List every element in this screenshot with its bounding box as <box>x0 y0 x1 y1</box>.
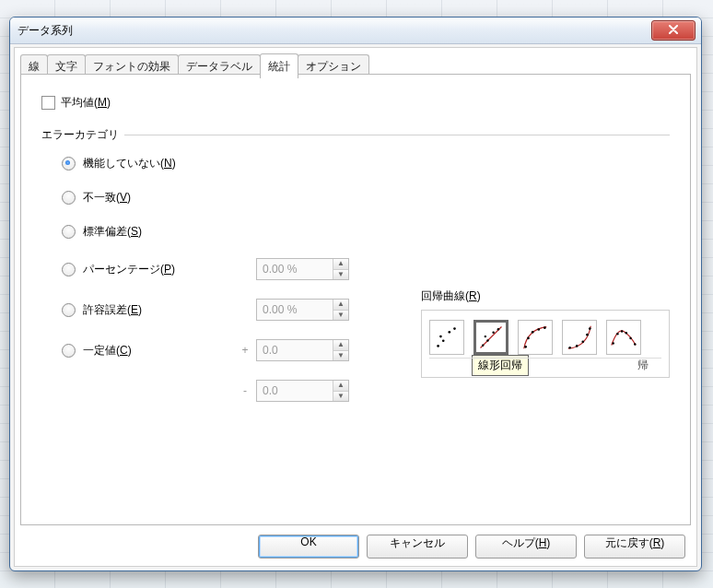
svg-point-3 <box>449 331 451 334</box>
mean-value-row: 平均値(M) <box>41 95 670 111</box>
svg-point-8 <box>485 335 486 337</box>
svg-point-9 <box>492 331 494 333</box>
regression-linear-icon <box>477 323 505 351</box>
error-category-heading: エラーカテゴリ <box>41 127 124 143</box>
spin-down-icon[interactable]: ▼ <box>333 392 348 402</box>
error-margin-input[interactable] <box>257 300 333 320</box>
svg-point-13 <box>532 331 534 334</box>
window-title: データ系列 <box>18 23 73 39</box>
row-stddev: 標準偏差(S) <box>62 224 670 240</box>
radio-stddev[interactable] <box>62 225 76 239</box>
close-button[interactable] <box>651 20 695 41</box>
radio-percentage[interactable] <box>62 263 76 276</box>
svg-point-25 <box>629 337 631 339</box>
radio-none[interactable] <box>62 157 76 171</box>
help-button[interactable]: ヘルプ(H) <box>475 535 577 559</box>
svg-point-21 <box>612 342 614 344</box>
radio-percentage-label: パーセンテージ(P) <box>83 262 240 277</box>
percentage-spinner[interactable]: ▲▼ <box>256 258 349 280</box>
spin-down-icon[interactable]: ▼ <box>333 311 348 321</box>
statistics-panel: 平均値(M) エラーカテゴリ 機能していない(N) 不一致(V) 標準偏差(S) <box>20 75 691 525</box>
reset-button[interactable]: 元に戻す(R) <box>584 535 685 559</box>
radio-error-margin-label: 許容誤差(E) <box>83 302 240 318</box>
row-percentage: パーセンテージ(P) ▲▼ <box>62 258 670 280</box>
svg-point-7 <box>486 339 488 341</box>
row-constant-minus: - ▲▼ <box>62 380 670 402</box>
regression-option-none[interactable] <box>429 320 464 355</box>
regression-option-exponential[interactable] <box>562 320 597 355</box>
svg-point-15 <box>544 326 546 329</box>
svg-point-14 <box>537 328 540 331</box>
constant-plus-input[interactable] <box>257 340 333 360</box>
ok-button[interactable]: OK <box>258 535 359 559</box>
spin-down-icon[interactable]: ▼ <box>333 270 348 280</box>
svg-point-23 <box>621 330 623 332</box>
tab-statistics[interactable]: 統計 <box>260 53 298 78</box>
svg-point-18 <box>581 340 584 343</box>
close-icon <box>668 25 679 34</box>
radio-variance-label: 不一致(V) <box>83 190 240 206</box>
row-variance: 不一致(V) <box>62 190 670 206</box>
svg-point-20 <box>589 327 591 330</box>
spin-up-icon[interactable]: ▲ <box>333 300 348 311</box>
constant-minus-spinner[interactable]: ▲▼ <box>256 380 349 402</box>
data-series-dialog: データ系列 線 文字 フォントの効果 データラベル 統計 オプション 平均値 <box>9 17 702 571</box>
svg-point-26 <box>634 343 636 345</box>
constant-plus-spinner[interactable]: ▲▼ <box>256 339 349 361</box>
svg-point-2 <box>439 335 442 338</box>
radio-none-label: 機能していない(N) <box>83 156 240 171</box>
mean-value-label: 平均値(M) <box>61 95 111 111</box>
regression-log-icon <box>520 323 550 352</box>
svg-point-6 <box>482 345 484 347</box>
regression-none-icon <box>432 323 462 352</box>
radio-variance[interactable] <box>62 191 76 205</box>
svg-point-24 <box>625 332 627 334</box>
regression-label: 回帰曲線(R) <box>421 288 670 304</box>
row-none: 機能していない(N) <box>62 156 670 171</box>
regression-power-icon <box>609 323 638 352</box>
regression-box: 線形回帰 帰 <box>421 310 670 378</box>
regression-exp-icon <box>565 323 594 352</box>
radio-error-margin[interactable] <box>62 303 76 317</box>
error-margin-spinner[interactable]: ▲▼ <box>256 299 349 321</box>
regression-option-logarithmic[interactable] <box>518 320 553 355</box>
svg-point-19 <box>586 334 589 336</box>
minus-sign: - <box>240 384 251 397</box>
spin-up-icon[interactable]: ▲ <box>333 259 348 270</box>
regression-caption: 帰 <box>637 358 649 373</box>
mean-value-checkbox[interactable] <box>41 96 55 110</box>
radio-stddev-label: 標準偏差(S) <box>83 224 240 240</box>
radio-constant-label: 一定値(C) <box>83 343 240 359</box>
percentage-input[interactable] <box>257 259 333 279</box>
svg-point-17 <box>576 345 579 347</box>
regression-option-power[interactable] <box>606 320 641 355</box>
svg-point-0 <box>437 345 439 347</box>
regression-section: 回帰曲線(R) <box>421 288 670 378</box>
spin-down-icon[interactable]: ▼ <box>333 351 348 361</box>
svg-point-12 <box>527 337 530 340</box>
radio-constant[interactable] <box>62 344 76 358</box>
regression-option-linear[interactable] <box>473 320 508 355</box>
spin-up-icon[interactable]: ▲ <box>333 381 348 392</box>
cancel-button[interactable]: キャンセル <box>367 535 468 559</box>
button-bar: OK キャンセル ヘルプ(H) 元に戻す(R) <box>258 535 685 559</box>
svg-point-4 <box>453 327 456 330</box>
constant-minus-input[interactable] <box>257 381 333 401</box>
error-category-group: エラーカテゴリ <box>41 127 670 143</box>
client-area: 線 文字 フォントの効果 データラベル 統計 オプション 平均値(M) エラーカ… <box>14 47 697 567</box>
titlebar[interactable]: データ系列 <box>10 18 701 44</box>
svg-point-10 <box>497 328 499 330</box>
spin-up-icon[interactable]: ▲ <box>333 340 348 351</box>
svg-point-1 <box>442 339 445 342</box>
svg-point-16 <box>568 347 571 349</box>
svg-point-11 <box>524 346 527 348</box>
plus-sign: + <box>240 344 251 357</box>
svg-point-22 <box>616 333 618 335</box>
